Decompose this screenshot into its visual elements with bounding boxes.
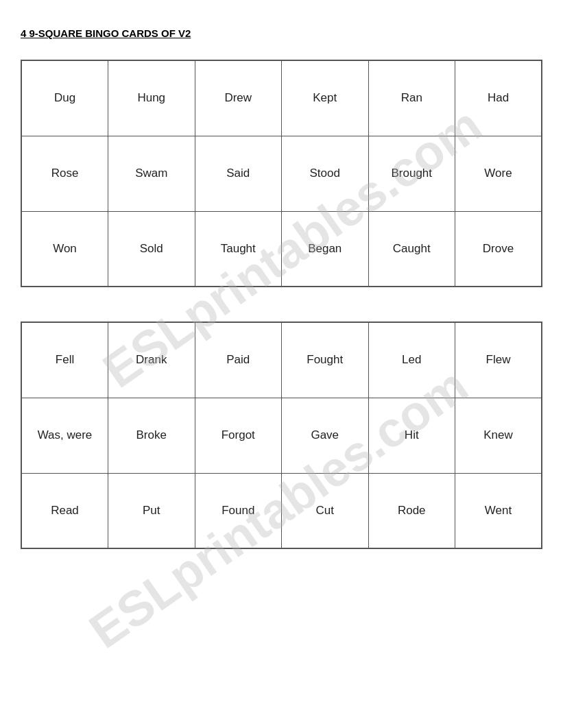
bingo-cell: Gave (282, 398, 369, 473)
bingo-cell: Cut (282, 473, 369, 548)
bingo-cell: Began (282, 211, 369, 287)
bingo-cell: Wore (455, 136, 542, 211)
bingo-cell: Said (195, 136, 282, 211)
bingo-cell: Knew (455, 398, 542, 473)
bingo-card-2: FellDrankPaidFoughtLedFlewWas, wereBroke… (21, 321, 542, 549)
bingo-cell: Paid (195, 322, 282, 398)
bingo-cell: Sold (108, 211, 195, 287)
bingo-cell: Rose (21, 136, 108, 211)
bingo-cell: Drew (195, 60, 282, 136)
bingo-cell: Drove (455, 211, 542, 287)
bingo-cell: Drank (108, 322, 195, 398)
bingo-cell: Stood (282, 136, 369, 211)
bingo-cell: Fought (282, 322, 369, 398)
bingo-cell: Broke (108, 398, 195, 473)
bingo-cell: Kept (282, 60, 369, 136)
bingo-card-1: DugHungDrewKeptRanHadRoseSwamSaidStoodBr… (21, 60, 542, 287)
bingo-cell: Hung (108, 60, 195, 136)
bingo-cell: Read (21, 473, 108, 548)
bingo-cell: Hit (368, 398, 455, 473)
bingo-cell: Forgot (195, 398, 282, 473)
page-title: 4 9-SQUARE BINGO CARDS OF V2 (21, 27, 542, 39)
bingo-cell: Dug (21, 60, 108, 136)
bingo-cell: Led (368, 322, 455, 398)
bingo-cell: Went (455, 473, 542, 548)
bingo-cell: Was, were (21, 398, 108, 473)
bingo-cell: Rode (368, 473, 455, 548)
bingo-cell: Swam (108, 136, 195, 211)
bingo-cell: Brought (368, 136, 455, 211)
bingo-cell: Taught (195, 211, 282, 287)
bingo-cell: Caught (368, 211, 455, 287)
bingo-cell: Ran (368, 60, 455, 136)
bingo-cell: Flew (455, 322, 542, 398)
bingo-cell: Put (108, 473, 195, 548)
bingo-cell: Fell (21, 322, 108, 398)
bingo-cell: Had (455, 60, 542, 136)
bingo-cell: Won (21, 211, 108, 287)
bingo-cell: Found (195, 473, 282, 548)
